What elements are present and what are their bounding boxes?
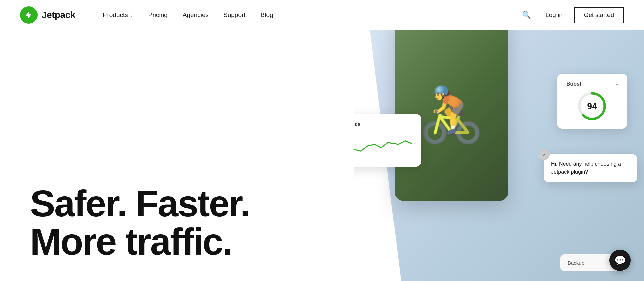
boost-score-circle: 94	[577, 91, 607, 121]
analytics-title: Analytics	[354, 121, 412, 127]
header-actions: 🔍 Log in Get started	[519, 7, 624, 23]
logo-text: Jetpack	[42, 10, 75, 20]
hero-right: LoopBikes ☰ 🚴 Analytics Boost »	[354, 0, 644, 281]
nav-agencies[interactable]: Agencies	[175, 0, 216, 30]
header: Jetpack Products ⌄ Pricing Agencies Supp…	[0, 0, 644, 30]
backup-label: Backup	[568, 260, 584, 266]
get-started-button[interactable]: Get started	[574, 7, 624, 23]
analytics-card: Analytics	[354, 114, 421, 167]
hero-title: Safer. Faster. More traffic.	[30, 185, 354, 261]
nav-products[interactable]: Products ⌄	[95, 0, 141, 30]
search-icon: 🔍	[522, 11, 531, 19]
nav-pricing[interactable]: Pricing	[141, 0, 175, 30]
hero-section: Safer. Faster. More traffic. LoopBikes ☰…	[0, 0, 644, 281]
chat-bubble: × Hi. Need any help choosing a Jetpack p…	[544, 154, 637, 182]
nav-support[interactable]: Support	[216, 0, 253, 30]
chat-widget-icon: 💬	[614, 255, 626, 266]
chat-text: Hi. Need any help choosing a Jetpack plu…	[551, 160, 630, 176]
login-button[interactable]: Log in	[542, 11, 566, 19]
boost-title: Boost	[566, 81, 581, 87]
boost-chevron-icon: »	[615, 81, 618, 87]
logo[interactable]: Jetpack	[20, 6, 75, 24]
logo-icon	[20, 6, 38, 24]
search-button[interactable]: 🔍	[519, 8, 534, 22]
analytics-chart-svg	[354, 133, 412, 159]
chat-widget-button[interactable]: 💬	[609, 250, 631, 271]
chevron-down-icon: ⌄	[130, 13, 134, 18]
boost-card: Boost » 94	[557, 74, 627, 129]
analytics-chart	[354, 133, 412, 159]
main-nav: Products ⌄ Pricing Agencies Support Blog	[95, 0, 281, 30]
chat-close-button[interactable]: ×	[539, 149, 550, 160]
hero-left: Safer. Faster. More traffic.	[0, 0, 354, 281]
boost-header: Boost »	[566, 81, 618, 87]
jetpack-bolt-icon	[24, 10, 33, 20]
phone-mockup: LoopBikes ☰ 🚴	[395, 13, 508, 201]
boost-score: 94	[587, 101, 597, 112]
nav-blog[interactable]: Blog	[253, 0, 281, 30]
